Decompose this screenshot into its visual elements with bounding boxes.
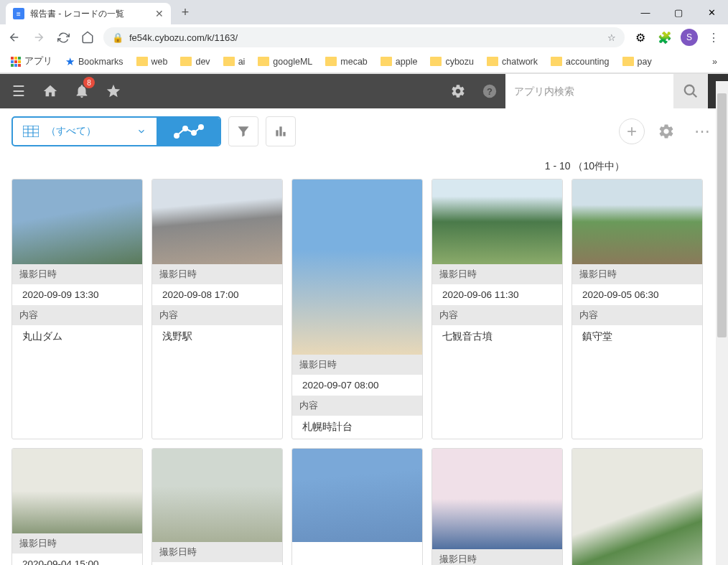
field-value-content: 札幌時計台 bbox=[292, 416, 422, 439]
forward-button[interactable] bbox=[30, 29, 47, 46]
minimize-button[interactable]: — bbox=[629, 0, 662, 24]
folder-icon bbox=[325, 57, 337, 66]
help-button[interactable]: ? bbox=[474, 74, 505, 108]
card-thumbnail bbox=[432, 179, 562, 264]
bookmark-folder[interactable]: chatwork bbox=[482, 55, 543, 69]
bookmark-folder[interactable]: cybozu bbox=[425, 55, 479, 69]
field-value-content: 浅野駅 bbox=[152, 325, 282, 348]
bookmark-star-icon[interactable]: ☆ bbox=[607, 32, 616, 43]
svg-point-2 bbox=[685, 85, 694, 95]
bookmark-folder[interactable]: accounting bbox=[546, 55, 614, 69]
scrollbar[interactable] bbox=[716, 81, 728, 565]
menu-button[interactable]: ☰ bbox=[3, 74, 34, 108]
reload-button[interactable] bbox=[55, 29, 72, 46]
add-record-button[interactable]: + bbox=[619, 118, 645, 144]
search-input[interactable] bbox=[505, 74, 673, 108]
field-label: 撮影日時 bbox=[432, 265, 562, 284]
field-label: 撮影日時 bbox=[432, 550, 562, 565]
field-label: 内容 bbox=[152, 306, 282, 325]
field-value-content: 丸山ダム bbox=[12, 325, 142, 348]
svg-text:?: ? bbox=[487, 86, 493, 97]
field-value-datetime: 2020-09-06 11:30 bbox=[432, 284, 562, 305]
more-options-button[interactable]: ⋯ bbox=[688, 117, 717, 146]
card-thumbnail bbox=[292, 179, 422, 355]
url-field[interactable]: 🔒 fe54k.cybozu.com/k/1163/ ☆ bbox=[103, 27, 625, 47]
field-label: 撮影日時 bbox=[12, 265, 142, 284]
card-thumbnail bbox=[572, 179, 702, 264]
record-card[interactable]: 撮影日時2020-09-03 13:30内容 bbox=[151, 448, 283, 565]
record-card[interactable] bbox=[291, 448, 423, 565]
view-label: （すべて） bbox=[46, 125, 96, 138]
field-label: 内容 bbox=[572, 306, 702, 325]
svg-rect-14 bbox=[283, 132, 285, 136]
folder-icon bbox=[622, 57, 634, 66]
card-thumbnail bbox=[152, 449, 282, 542]
bookmark-apps[interactable]: アプリ bbox=[6, 53, 57, 70]
folder-icon bbox=[430, 57, 442, 66]
favorite-button[interactable] bbox=[98, 74, 129, 108]
field-label: 撮影日時 bbox=[152, 265, 282, 284]
card-thumbnail bbox=[572, 449, 702, 565]
field-value-datetime: 2020-09-03 13:30 bbox=[152, 562, 282, 565]
folder-icon bbox=[180, 57, 192, 66]
bookmark-bookmarks[interactable]: ★Bookmarks bbox=[60, 53, 129, 70]
field-label: 撮影日時 bbox=[572, 265, 702, 284]
bookmark-folder[interactable]: mecab bbox=[320, 55, 373, 69]
bookmark-folder[interactable]: googleML bbox=[253, 55, 317, 69]
field-label: 内容 bbox=[292, 396, 422, 416]
profile-avatar[interactable]: S bbox=[681, 29, 698, 46]
search-box bbox=[505, 74, 673, 108]
field-value-content: 鎮守堂 bbox=[572, 325, 702, 348]
search-button[interactable] bbox=[673, 74, 708, 108]
tab-favicon-icon: ≡ bbox=[13, 8, 24, 19]
url-text: fe54k.cybozu.com/k/1163/ bbox=[129, 32, 238, 43]
bookmark-folder[interactable]: ai bbox=[218, 55, 251, 69]
card-thumbnail bbox=[12, 179, 142, 264]
graph-view-button[interactable] bbox=[157, 118, 220, 145]
new-tab-button[interactable]: + bbox=[175, 2, 195, 22]
card-thumbnail bbox=[152, 179, 282, 264]
record-card[interactable]: 撮影日時2020-09-07 08:00内容札幌時計台 bbox=[291, 179, 423, 439]
maximize-button[interactable]: ▢ bbox=[662, 0, 695, 24]
notifications-button[interactable]: 8 bbox=[66, 74, 98, 108]
svg-rect-13 bbox=[279, 126, 281, 136]
field-label: 内容 bbox=[12, 306, 142, 325]
home-button[interactable] bbox=[79, 29, 96, 46]
chart-button[interactable] bbox=[266, 116, 296, 146]
bookmarks-overflow[interactable]: » bbox=[707, 55, 722, 69]
view-dropdown[interactable]: （すべて） bbox=[13, 118, 157, 145]
card-thumbnail bbox=[292, 449, 422, 542]
folder-icon bbox=[551, 57, 562, 66]
record-card[interactable]: 撮影日時2020-09-08 17:00内容浅野駅 bbox=[151, 179, 283, 439]
field-label: 内容 bbox=[432, 306, 562, 325]
extension-icon[interactable]: ⚙ bbox=[632, 29, 649, 46]
record-card[interactable]: 撮影日時内容 bbox=[431, 448, 563, 565]
home-icon[interactable] bbox=[34, 74, 66, 108]
tab-title: 報告書 - レコードの一覧 bbox=[30, 8, 149, 20]
toolbar: （すべて） + ⋯ bbox=[0, 108, 728, 154]
back-button[interactable] bbox=[6, 29, 23, 46]
close-icon[interactable]: ✕ bbox=[155, 8, 164, 19]
field-value-datetime: 2020-09-04 15:00 bbox=[12, 554, 142, 565]
svg-rect-12 bbox=[276, 130, 278, 136]
settings-button[interactable] bbox=[442, 74, 474, 108]
record-card[interactable]: 撮影日時2020-09-05 06:30内容鎮守堂 bbox=[571, 179, 703, 439]
filter-button[interactable] bbox=[228, 116, 258, 146]
svg-rect-3 bbox=[23, 126, 39, 137]
bookmark-folder[interactable]: dev bbox=[175, 55, 215, 69]
close-window-button[interactable]: ✕ bbox=[695, 0, 728, 24]
browser-tab[interactable]: ≡ 報告書 - レコードの一覧 ✕ bbox=[6, 3, 171, 24]
apps-icon bbox=[11, 57, 21, 67]
chrome-menu-button[interactable]: ⋮ bbox=[705, 29, 722, 46]
star-icon: ★ bbox=[65, 55, 75, 68]
bookmark-folder[interactable]: web bbox=[131, 55, 173, 69]
bookmark-folder[interactable]: apple bbox=[375, 55, 423, 69]
app-settings-button[interactable] bbox=[652, 117, 681, 146]
record-card[interactable]: 撮影日時2020-09-09 13:30内容丸山ダム bbox=[11, 179, 143, 439]
record-card[interactable]: 撮影日時2020-09-06 11:30内容七観音古墳 bbox=[431, 179, 563, 439]
record-card[interactable]: 撮影日時2020-09-04 15:00内容姫路城 bbox=[11, 448, 143, 565]
record-card[interactable]: 撮影日時 bbox=[571, 448, 703, 565]
scroll-thumb[interactable] bbox=[717, 93, 727, 337]
bookmark-folder[interactable]: pay bbox=[617, 55, 657, 69]
extensions-puzzle-icon[interactable]: 🧩 bbox=[656, 29, 673, 46]
